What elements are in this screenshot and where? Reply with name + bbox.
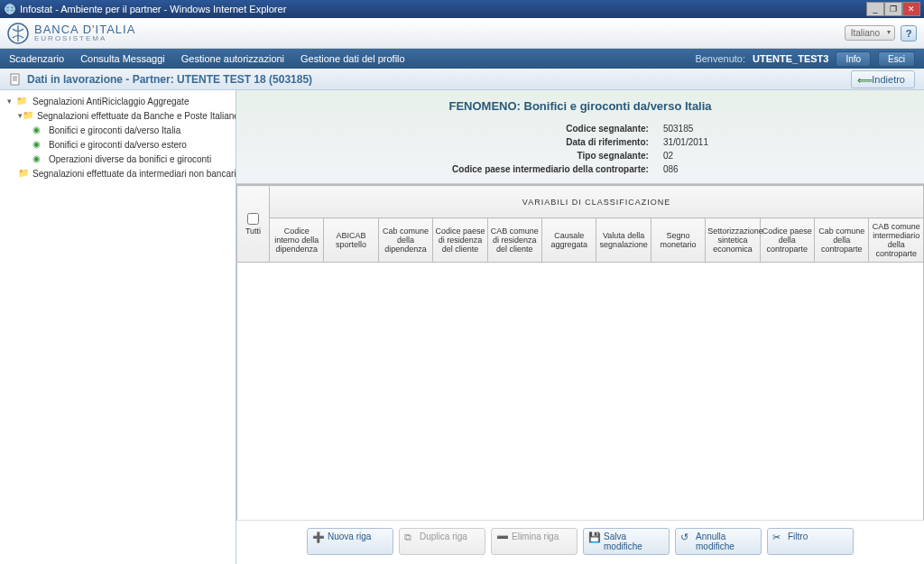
window-controls: _ ❐ ✕ bbox=[866, 2, 920, 16]
col-cab-dipendenza[interactable]: Cab comune della dipendenza bbox=[378, 218, 432, 263]
duplicate-row-button[interactable]: ⧉ Duplica riga bbox=[399, 528, 485, 555]
tree-label: Bonifici e giroconti da/verso Italia bbox=[49, 125, 180, 135]
plus-icon: ➕ bbox=[312, 532, 323, 542]
globe-icon bbox=[4, 3, 16, 15]
col-codice-paese-residenza[interactable]: Codice paese di residenza del cliente bbox=[433, 218, 487, 263]
nav-bar: Scadenzario Consulta Messaggi Gestione a… bbox=[0, 49, 924, 69]
window-titlebar: Infostat - Ambiente per il partner - Win… bbox=[0, 0, 924, 18]
exit-button[interactable]: Esci bbox=[878, 51, 915, 67]
content-panel: FENOMENO: Bonifici e giroconti da/verso … bbox=[236, 90, 924, 564]
language-selected: Italiano bbox=[851, 28, 880, 38]
col-codice-paese-controparte[interactable]: Codice paese della controparte bbox=[760, 218, 814, 263]
collapse-icon[interactable]: ▾ bbox=[7, 97, 16, 106]
document-icon bbox=[9, 73, 22, 86]
tree-leaf-operazioni-diverse[interactable]: ◉ Operazioni diverse da bonifici e giroc… bbox=[0, 152, 236, 166]
classification-group-header: VARIABILI DI CLASSIFICAZIONE bbox=[270, 186, 924, 218]
bank-logo-icon bbox=[7, 23, 29, 44]
col-abicab-sportello[interactable]: ABICAB sportello bbox=[324, 218, 378, 263]
window-title: Infostat - Ambiente per il partner - Win… bbox=[20, 4, 866, 14]
welcome-label: Benvenuto: bbox=[695, 53, 745, 64]
tree-label: Segnalazioni effettuate da intermediari … bbox=[32, 169, 236, 179]
col-valuta-segnalazione[interactable]: Valuta della segnalazione bbox=[596, 218, 651, 263]
tree-leaf-bonifici-estero[interactable]: ◉ Bonifici e giroconti da/verso estero bbox=[0, 137, 236, 152]
col-cab-controparte[interactable]: Cab comune della controparte bbox=[815, 218, 869, 263]
minus-icon: ➖ bbox=[496, 532, 507, 542]
col-settorizzazione[interactable]: Settorizzazione sintetica economica bbox=[706, 218, 760, 263]
select-all-header[interactable]: Tutti bbox=[237, 186, 270, 263]
circle-check-icon: ◉ bbox=[32, 153, 45, 164]
col-segno-monetario[interactable]: Segno monetario bbox=[651, 218, 705, 263]
close-button[interactable]: ✕ bbox=[902, 2, 920, 16]
folder-icon: 📁 bbox=[16, 96, 29, 106]
data-riferimento-label: Data di riferimento: bbox=[445, 135, 656, 149]
brand-subtitle: EUROSISTEMA bbox=[34, 35, 135, 42]
language-select[interactable]: Italiano bbox=[845, 25, 895, 41]
col-cab-residenza-cliente[interactable]: CAB comune di residenza del cliente bbox=[487, 218, 541, 263]
user-name: UTENTE_TEST3 bbox=[753, 53, 828, 64]
phenomenon-title: FENOMENO: Bonifici e giroconti da/verso … bbox=[254, 99, 906, 113]
col-causale-aggregata[interactable]: Causale aggregata bbox=[542, 218, 596, 263]
tree-label: Segnalazioni AntiRiciclaggio Aggregate bbox=[32, 97, 189, 106]
col-cab-intermediario-controparte[interactable]: CAB comune intermediario della contropar… bbox=[869, 218, 924, 263]
tree-label: Segnalazioni effettuate da Banche e Post… bbox=[37, 111, 236, 121]
tree-leaf-bonifici-italia[interactable]: ◉ Bonifici e giroconti da/verso Italia bbox=[0, 123, 236, 137]
brand-bar: BANCA D'ITALIA EUROSISTEMA Italiano ? bbox=[0, 18, 924, 49]
select-all-checkbox[interactable] bbox=[247, 213, 259, 225]
save-changes-button[interactable]: 💾 Salva modifiche bbox=[583, 528, 670, 555]
filter-button[interactable]: ✂ Filtro bbox=[767, 528, 854, 555]
nav-scadenzario[interactable]: Scadenzario bbox=[9, 53, 64, 64]
codice-paese-intermediario-label: Codice paese intermediario della controp… bbox=[445, 162, 656, 176]
circle-check-icon: ◉ bbox=[32, 139, 45, 150]
main-content: ▾ 📁 Segnalazioni AntiRiciclaggio Aggrega… bbox=[0, 90, 924, 564]
breadcrumb-text: Dati in lavorazione - Partner: UTENTE TE… bbox=[27, 73, 312, 86]
tipo-segnalante-label: Tipo segnalante: bbox=[445, 149, 656, 162]
folder-icon: 📁 bbox=[23, 110, 33, 121]
minimize-button[interactable]: _ bbox=[866, 2, 884, 16]
tree-label: Bonifici e giroconti da/verso estero bbox=[49, 140, 187, 150]
circle-check-icon: ◉ bbox=[32, 125, 45, 135]
sidebar-tree: ▾ 📁 Segnalazioni AntiRiciclaggio Aggrega… bbox=[0, 90, 236, 564]
grid-body-empty[interactable] bbox=[236, 263, 924, 520]
folder-icon: 📁 bbox=[18, 168, 29, 179]
save-icon: 💾 bbox=[588, 532, 599, 542]
nav-gestione-dati-profilo[interactable]: Gestione dati del profilo bbox=[300, 53, 405, 64]
col-codice-interno[interactable]: Codice interno della dipendenza bbox=[270, 218, 324, 263]
header-panel: FENOMENO: Bonifici e giroconti da/verso … bbox=[236, 90, 924, 184]
undo-icon: ↺ bbox=[680, 532, 691, 542]
tree-node-root[interactable]: ▾ 📁 Segnalazioni AntiRiciclaggio Aggrega… bbox=[0, 94, 236, 108]
back-button[interactable]: Indietro bbox=[851, 70, 915, 88]
brand-logo: BANCA D'ITALIA EUROSISTEMA bbox=[7, 23, 135, 44]
delete-row-button[interactable]: ➖ Elimina riga bbox=[491, 528, 578, 555]
data-grid: Tutti VARIABILI DI CLASSIFICAZIONE Codic… bbox=[236, 184, 924, 520]
new-row-button[interactable]: ➕ Nuova riga bbox=[307, 528, 393, 555]
data-riferimento-value: 31/01/2011 bbox=[656, 135, 716, 149]
grid-header-table: Tutti VARIABILI DI CLASSIFICAZIONE Codic… bbox=[236, 185, 924, 263]
filter-icon: ✂ bbox=[772, 532, 783, 542]
codice-segnalante-label: Codice segnalante: bbox=[445, 122, 656, 135]
tree-node-banche[interactable]: ▾ 📁 Segnalazioni effettuate da Banche e … bbox=[0, 108, 236, 123]
info-button[interactable]: Info bbox=[836, 51, 871, 67]
copy-icon: ⧉ bbox=[404, 532, 415, 542]
toolbar: ➕ Nuova riga ⧉ Duplica riga ➖ Elimina ri… bbox=[236, 520, 924, 564]
maximize-button[interactable]: ❐ bbox=[884, 2, 902, 16]
tree-node-intermediari[interactable]: 📁 Segnalazioni effettuate da intermediar… bbox=[0, 166, 236, 180]
codice-paese-intermediario-value: 086 bbox=[656, 162, 716, 176]
breadcrumb: Dati in lavorazione - Partner: UTENTE TE… bbox=[0, 69, 924, 90]
codice-segnalante-value: 503185 bbox=[656, 122, 716, 135]
help-button[interactable]: ? bbox=[901, 25, 917, 42]
cancel-changes-button[interactable]: ↺ Annulla modifiche bbox=[675, 528, 762, 555]
tree-label: Operazioni diverse da bonifici e girocon… bbox=[49, 154, 211, 164]
svg-rect-2 bbox=[11, 74, 19, 85]
nav-consulta-messaggi[interactable]: Consulta Messaggi bbox=[80, 53, 165, 64]
tipo-segnalante-value: 02 bbox=[656, 149, 716, 162]
nav-gestione-autorizzazioni[interactable]: Gestione autorizzazioni bbox=[181, 53, 284, 64]
